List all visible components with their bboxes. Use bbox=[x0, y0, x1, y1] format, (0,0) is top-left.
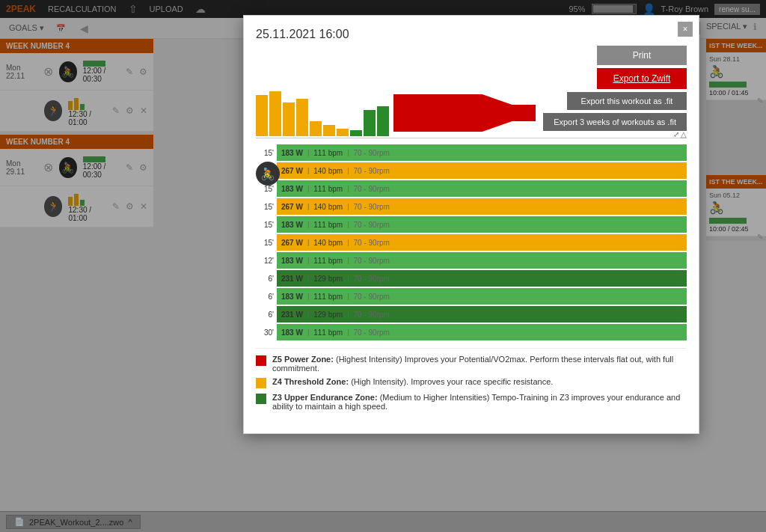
chart-bar-4 bbox=[310, 121, 322, 136]
workout-row-5: 15' 267 W | 140 bpm | 70 - 90rpm bbox=[256, 234, 687, 251]
row-bar-0: 183 W | 111 bpm | 70 - 90rpm bbox=[277, 144, 687, 161]
row-bar-3: 267 W | 140 bpm | 70 - 90rpm bbox=[277, 198, 687, 215]
modal-close-button[interactable]: × bbox=[678, 22, 693, 37]
chart-bar-6 bbox=[337, 129, 349, 136]
workout-row-6: 12' 183 W | 111 bpm | 70 - 90rpm bbox=[256, 252, 687, 269]
workout-row-9: 6' 231 W | 129 bpm | 70 - 90rpm bbox=[256, 306, 687, 322]
row-stats-2: 183 W | 111 bpm | 70 - 90rpm bbox=[281, 185, 390, 193]
chart-bar-9 bbox=[377, 106, 389, 136]
row-bar-9: 231 W | 129 bpm | 70 - 90rpm bbox=[277, 306, 687, 322]
legend: Z5 Power Zone: (Highest Intensity) Impro… bbox=[256, 348, 687, 421]
chart-controls: ⤢ △ bbox=[673, 130, 687, 138]
row-duration-3: 15' bbox=[256, 203, 277, 211]
row-bar-5: 267 W | 140 bpm | 70 - 90rpm bbox=[277, 234, 687, 251]
z4-text: Z4 Threshold Zone: (High Intensity). Imp… bbox=[272, 377, 553, 386]
row-bar-7: 231 W | 129 bpm | 70 - 90rpm bbox=[277, 270, 687, 287]
chart-bar-2 bbox=[283, 103, 295, 136]
row-duration-0: 15' bbox=[256, 149, 277, 157]
row-duration-4: 15' bbox=[256, 221, 277, 229]
chart-bar-8 bbox=[364, 110, 376, 136]
z3-text: Z3 Upper Endurance Zone: (Medium to High… bbox=[272, 393, 687, 411]
row-stats-0: 183 W | 111 bpm | 70 - 90rpm bbox=[281, 149, 390, 157]
workout-row-7: 6' 231 W | 129 bpm | 70 - 90rpm bbox=[256, 270, 687, 287]
row-stats-6: 183 W | 111 bpm | 70 - 90rpm bbox=[281, 257, 390, 265]
expand-icon[interactable]: △ bbox=[681, 130, 687, 138]
row-duration-2: 15' bbox=[256, 185, 277, 193]
modal-cycling-icon: 🚴 bbox=[256, 162, 280, 186]
chart-bar-0 bbox=[256, 95, 268, 136]
chart-bar-5 bbox=[323, 125, 335, 136]
legend-z4: Z4 Threshold Zone: (High Intensity). Imp… bbox=[256, 377, 687, 388]
row-stats-7: 231 W | 129 bpm | 70 - 90rpm bbox=[281, 275, 390, 283]
modal-title: 25.11.2021 16:00 bbox=[256, 28, 687, 41]
legend-z5: Z5 Power Zone: (Highest Intensity) Impro… bbox=[256, 355, 687, 373]
arrow-pointer bbox=[393, 94, 558, 134]
workout-rows: 15' 183 W | 111 bpm | 70 - 90rpm 15' 267… bbox=[256, 144, 687, 340]
workout-row-8: 6' 183 W | 111 bpm | 70 - 90rpm bbox=[256, 288, 687, 305]
legend-z3: Z3 Upper Endurance Zone: (Medium to High… bbox=[256, 393, 687, 411]
workout-row-2: 15' 183 W | 111 bpm | 70 - 90rpm bbox=[256, 180, 687, 197]
chart-bar-3 bbox=[296, 99, 308, 136]
row-stats-3: 267 W | 140 bpm | 70 - 90rpm bbox=[281, 203, 390, 211]
z3-color bbox=[256, 394, 266, 404]
row-stats-10: 183 W | 111 bpm | 70 - 90rpm bbox=[281, 328, 390, 337]
workout-modal: × 25.11.2021 16:00 Print Export to Zwift… bbox=[243, 15, 699, 434]
workout-row-10: 30' 183 W | 111 bpm | 70 - 90rpm bbox=[256, 324, 687, 340]
workout-row-4: 15' 183 W | 111 bpm | 70 - 90rpm bbox=[256, 216, 687, 233]
row-stats-1: 267 W | 140 bpm | 70 - 90rpm bbox=[281, 167, 390, 175]
row-duration-8: 6' bbox=[256, 293, 277, 301]
row-stats-9: 231 W | 129 bpm | 70 - 90rpm bbox=[281, 311, 390, 319]
row-bar-8: 183 W | 111 bpm | 70 - 90rpm bbox=[277, 288, 687, 305]
row-stats-4: 183 W | 111 bpm | 70 - 90rpm bbox=[281, 221, 390, 229]
workout-row-1: 15' 267 W | 140 bpm | 70 - 90rpm bbox=[256, 162, 687, 179]
row-stats-5: 267 W | 140 bpm | 70 - 90rpm bbox=[281, 239, 390, 247]
resize-icon[interactable]: ⤢ bbox=[673, 130, 679, 138]
z5-text: Z5 Power Zone: (Highest Intensity) Impro… bbox=[272, 355, 687, 373]
chart-bar-1 bbox=[269, 91, 281, 136]
row-bar-6: 183 W | 111 bpm | 70 - 90rpm bbox=[277, 252, 687, 269]
row-bar-2: 183 W | 111 bpm | 70 - 90rpm bbox=[277, 180, 687, 197]
z5-color bbox=[256, 355, 266, 366]
row-bar-4: 183 W | 111 bpm | 70 - 90rpm bbox=[277, 216, 687, 233]
z4-color bbox=[256, 378, 266, 388]
row-stats-8: 183 W | 111 bpm | 70 - 90rpm bbox=[281, 293, 390, 301]
print-button[interactable]: Print bbox=[597, 46, 687, 65]
row-bar-1: 267 W | 140 bpm | 70 - 90rpm bbox=[277, 162, 687, 179]
row-bar-10: 183 W | 111 bpm | 70 - 90rpm bbox=[277, 324, 687, 340]
row-duration-7: 6' bbox=[256, 275, 277, 283]
row-duration-9: 6' bbox=[256, 311, 277, 319]
workout-row-3: 15' 267 W | 140 bpm | 70 - 90rpm bbox=[256, 198, 687, 215]
workout-row-0: 15' 183 W | 111 bpm | 70 - 90rpm bbox=[256, 144, 687, 161]
row-duration-10: 30' bbox=[256, 328, 277, 337]
row-duration-5: 15' bbox=[256, 239, 277, 247]
row-duration-6: 12' bbox=[256, 257, 277, 265]
chart-bar-7 bbox=[350, 130, 362, 136]
